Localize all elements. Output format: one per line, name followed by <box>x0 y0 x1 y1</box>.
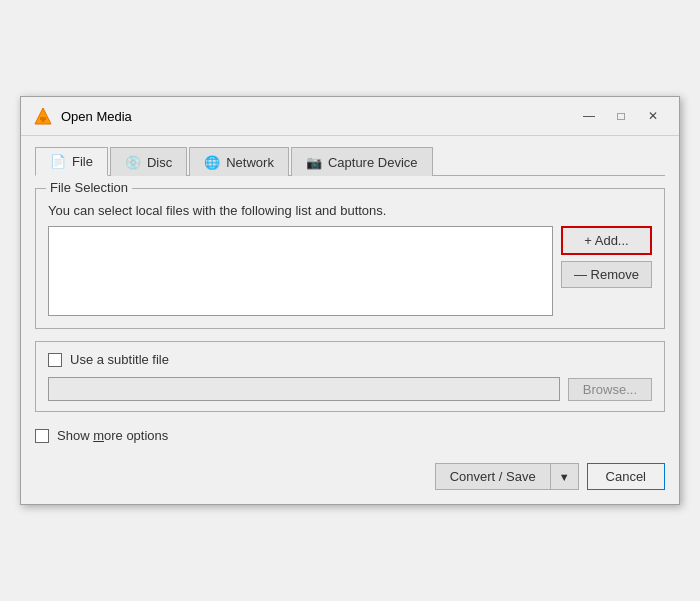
file-buttons: + Add... — Remove <box>561 226 652 288</box>
browse-button[interactable]: Browse... <box>568 378 652 401</box>
window-title: Open Media <box>61 109 132 124</box>
convert-save-dropdown[interactable]: ▼ <box>551 464 578 489</box>
file-list[interactable] <box>48 226 553 316</box>
disc-tab-icon: 💿 <box>125 155 141 170</box>
file-selection-group-label: File Selection <box>46 180 132 195</box>
tab-file[interactable]: 📄 File <box>35 147 108 176</box>
capture-tab-icon: 📷 <box>306 155 322 170</box>
convert-save-wrapper: Convert / Save ▼ <box>435 463 579 490</box>
title-bar: Open Media — □ ✕ <box>21 97 679 136</box>
convert-save-button[interactable]: Convert / Save <box>436 464 551 489</box>
subtitle-section: Use a subtitle file Browse... <box>35 341 665 412</box>
tab-disc[interactable]: 💿 Disc <box>110 147 187 176</box>
tab-bar: 📄 File 💿 Disc 🌐 Network 📷 Capture Device <box>35 146 665 176</box>
file-selection-group: File Selection You can select local file… <box>35 188 665 329</box>
remove-button[interactable]: — Remove <box>561 261 652 288</box>
subtitle-input[interactable] <box>48 377 560 401</box>
close-button[interactable]: ✕ <box>639 105 667 127</box>
vlc-icon <box>33 106 53 126</box>
svg-rect-2 <box>42 120 45 122</box>
show-more-label[interactable]: Show more options <box>57 428 168 443</box>
maximize-button[interactable]: □ <box>607 105 635 127</box>
tab-disc-label: Disc <box>147 155 172 170</box>
subtitle-label: Use a subtitle file <box>70 352 169 367</box>
show-more-options: Show more options <box>35 428 665 443</box>
tab-network-label: Network <box>226 155 274 170</box>
footer: Convert / Save ▼ Cancel <box>35 459 665 490</box>
show-more-checkbox[interactable] <box>35 429 49 443</box>
subtitle-checkbox[interactable] <box>48 353 62 367</box>
subtitle-row: Browse... <box>48 377 652 401</box>
add-button[interactable]: + Add... <box>561 226 652 255</box>
tab-network[interactable]: 🌐 Network <box>189 147 289 176</box>
tab-capture-label: Capture Device <box>328 155 418 170</box>
open-media-dialog: Open Media — □ ✕ 📄 File 💿 Disc 🌐 Network <box>20 96 680 505</box>
file-tab-icon: 📄 <box>50 154 66 169</box>
file-selection-description: You can select local files with the foll… <box>48 203 652 218</box>
title-bar-left: Open Media <box>33 106 132 126</box>
cancel-button[interactable]: Cancel <box>587 463 665 490</box>
title-bar-controls: — □ ✕ <box>575 105 667 127</box>
tab-capture[interactable]: 📷 Capture Device <box>291 147 433 176</box>
tab-file-label: File <box>72 154 93 169</box>
network-tab-icon: 🌐 <box>204 155 220 170</box>
minimize-button[interactable]: — <box>575 105 603 127</box>
file-area: + Add... — Remove <box>48 226 652 316</box>
svg-rect-1 <box>40 117 46 120</box>
subtitle-header: Use a subtitle file <box>48 352 652 367</box>
window-content: 📄 File 💿 Disc 🌐 Network 📷 Capture Device… <box>21 136 679 504</box>
